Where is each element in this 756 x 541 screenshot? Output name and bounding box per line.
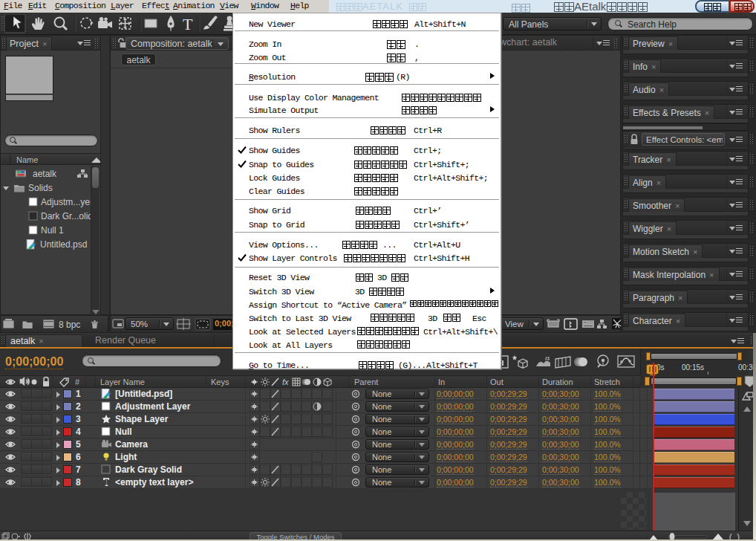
svg-text:T: T	[183, 15, 193, 33]
svg-text:8 bpc: 8 bpc	[59, 320, 80, 330]
svg-text:fx: fx	[282, 378, 289, 386]
svg-text:#: #	[75, 378, 80, 386]
